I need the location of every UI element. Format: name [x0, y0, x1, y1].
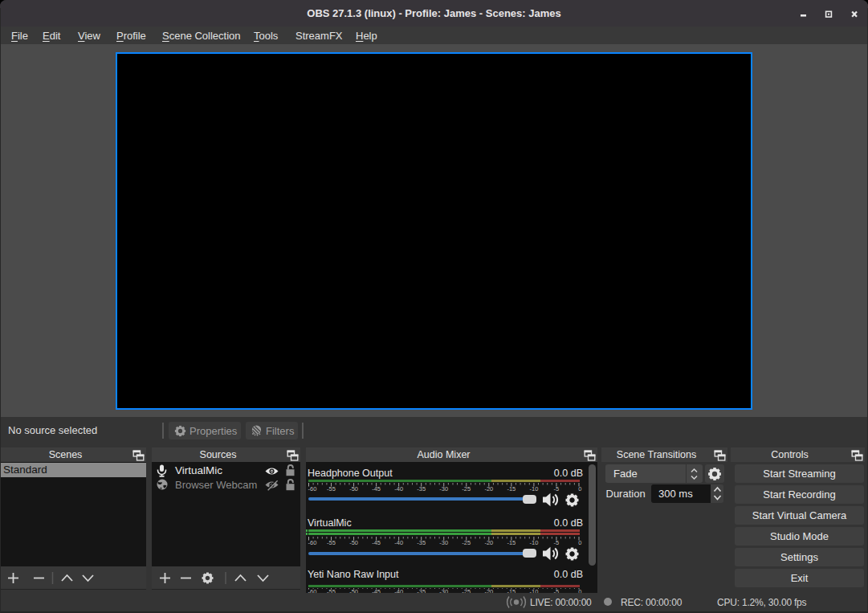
svg-text:-40: -40 — [394, 588, 403, 594]
svg-text:-35: -35 — [417, 539, 426, 546]
svg-text:-30: -30 — [439, 539, 448, 546]
svg-text:-55: -55 — [327, 588, 336, 594]
svg-text:0: 0 — [578, 588, 581, 594]
svg-text:-25: -25 — [462, 588, 471, 594]
svg-text:-45: -45 — [372, 485, 381, 492]
svg-text:-45: -45 — [372, 539, 381, 546]
svg-text:-5: -5 — [554, 588, 560, 594]
svg-text:0: 0 — [578, 539, 581, 546]
svg-text:-35: -35 — [417, 485, 426, 492]
svg-text:-55: -55 — [327, 485, 336, 492]
svg-text:-15: -15 — [507, 588, 516, 594]
svg-text:-15: -15 — [507, 539, 516, 546]
svg-text:-10: -10 — [529, 588, 538, 594]
svg-text:-20: -20 — [484, 539, 493, 546]
svg-text:-50: -50 — [349, 485, 358, 492]
svg-text:0: 0 — [578, 485, 581, 492]
svg-text:-60: -60 — [308, 485, 317, 492]
svg-text:-40: -40 — [394, 539, 403, 546]
svg-text:-50: -50 — [349, 539, 358, 546]
svg-text:-30: -30 — [439, 588, 448, 594]
svg-text:-45: -45 — [372, 588, 381, 594]
svg-text:-25: -25 — [462, 485, 471, 492]
svg-text:-50: -50 — [349, 588, 358, 594]
svg-text:-60: -60 — [308, 539, 317, 546]
svg-text:-30: -30 — [439, 485, 448, 492]
svg-text:-35: -35 — [417, 588, 426, 594]
svg-text:-20: -20 — [484, 485, 493, 492]
svg-text:-10: -10 — [529, 539, 538, 546]
svg-text:-10: -10 — [529, 485, 538, 492]
svg-text:-40: -40 — [394, 485, 403, 492]
svg-text:-55: -55 — [327, 539, 336, 546]
svg-text:-20: -20 — [484, 588, 493, 594]
svg-text:-25: -25 — [462, 539, 471, 546]
svg-text:-60: -60 — [308, 588, 317, 594]
svg-text:-15: -15 — [507, 485, 516, 492]
